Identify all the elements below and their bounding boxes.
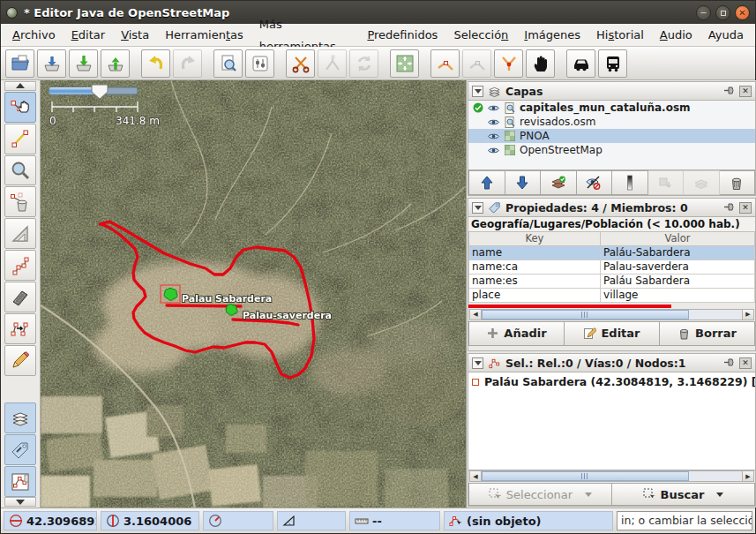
upload-data-button[interactable] — [101, 49, 130, 78]
visibility-eye-icon[interactable] — [487, 147, 500, 154]
scroll-thumb[interactable] — [482, 310, 689, 320]
visibility-eye-icon[interactable] — [487, 118, 500, 126]
ruler-icon — [355, 514, 369, 528]
properties-close-button[interactable]: ✕ — [739, 202, 752, 214]
tag-row-name-es[interactable]: name:esPaláu Sabardera — [469, 274, 755, 288]
properties-pin-button[interactable] — [723, 199, 735, 216]
join-node-way-button[interactable] — [430, 49, 460, 78]
scroll-right-icon[interactable]: ▶ — [742, 310, 753, 320]
minimize-button[interactable]: − — [696, 5, 711, 20]
layer-activate-button[interactable] — [541, 170, 577, 195]
create-node-tool-button[interactable] — [4, 250, 36, 281]
selection-collapse-button[interactable] — [472, 357, 483, 369]
select-objects-button[interactable]: Seleccionar — [468, 483, 612, 506]
improve-accuracy-tool-button[interactable] — [4, 345, 36, 376]
layer-show-hide-button[interactable] — [577, 170, 613, 195]
follow-line-button[interactable] — [526, 49, 555, 78]
properties-panel-title: Propiedades: 4 / Miembros: 0 — [505, 201, 719, 214]
map-view[interactable]: Palau Sabardera Palau-saverdera 0 341.8 … — [41, 80, 466, 508]
layer-move-up-button[interactable] — [468, 170, 505, 195]
layer-row-capitales[interactable]: capitales_mun_cataluña.osm — [468, 101, 755, 115]
map-canvas[interactable]: Palau Sabardera Palau-saverdera 0 341.8 … — [41, 80, 466, 508]
menu-ayuda[interactable]: Ayuda — [700, 24, 752, 46]
selection-pin-button[interactable] — [723, 355, 735, 372]
extrude-tool-button[interactable] — [4, 282, 36, 312]
bus-routing-button[interactable] — [598, 49, 627, 78]
properties-hscrollbar[interactable]: ◀ ▶ — [469, 309, 754, 320]
place-marker[interactable] — [164, 289, 177, 301]
download-area-button[interactable] — [390, 49, 419, 78]
menu-herramientas[interactable]: Herramientas — [157, 24, 251, 46]
add-tag-button[interactable]: Añadir — [468, 321, 565, 346]
scroll-thumb[interactable] — [482, 471, 689, 481]
layers-collapse-button[interactable] — [472, 86, 483, 97]
tag-row-place[interactable]: placevillage — [469, 288, 755, 302]
layer-row-openstreetmap[interactable]: OpenStreetMap — [468, 143, 755, 157]
toggle-layers-panel-button[interactable] — [4, 402, 36, 433]
toggle-selection-panel-button[interactable] — [4, 466, 36, 497]
redo-button[interactable] — [173, 49, 202, 78]
selection-list-item[interactable]: Paláu Sabardera (42.3084819, 3.1468229) … — [472, 375, 752, 388]
tools-scroll-down[interactable] — [4, 497, 36, 507]
selection-close-button[interactable]: ✕ — [739, 357, 752, 369]
draw-node-tool-button[interactable] — [4, 124, 36, 154]
scroll-left-icon[interactable]: ◀ — [470, 471, 482, 481]
menu-vista[interactable]: Vista — [113, 24, 157, 46]
layer-opacity-button[interactable] — [612, 170, 648, 195]
menu-editar[interactable]: Editar — [64, 24, 114, 46]
layers-close-button[interactable]: ✕ — [739, 86, 752, 97]
move-node-way-button[interactable] — [462, 49, 491, 78]
toggle-properties-panel-button[interactable] — [4, 434, 36, 465]
open-folder-icon — [11, 54, 30, 73]
delete-tool-button[interactable] — [4, 186, 36, 217]
close-button[interactable]: ✕ — [735, 5, 750, 20]
place-marker-2[interactable] — [226, 305, 237, 316]
menu-historial[interactable]: Historial — [588, 24, 652, 46]
menu-predefinidos[interactable]: Predefinidos — [359, 24, 445, 46]
undo-button[interactable] — [141, 49, 170, 78]
unglue-node-button[interactable] — [494, 49, 523, 78]
delete-tag-button[interactable]: Borrar — [660, 321, 755, 346]
layer-move-down-button[interactable] — [505, 170, 542, 195]
preferences-button[interactable] — [245, 49, 274, 78]
properties-collapse-button[interactable] — [472, 202, 483, 214]
tag-row-name[interactable]: namePaláu-Sabardera — [469, 245, 755, 259]
maximize-button[interactable] — [715, 5, 730, 20]
menu-imagenes[interactable]: Imágenes — [516, 24, 588, 46]
menu-archivo[interactable]: Archivo — [4, 24, 64, 46]
search-presets-button[interactable] — [213, 49, 243, 78]
save-button[interactable] — [37, 49, 66, 78]
layer-merge-button[interactable] — [648, 170, 685, 195]
selection-hscrollbar[interactable]: ◀ ▶ — [469, 470, 754, 482]
menu-audio[interactable]: Audio — [652, 24, 700, 46]
scroll-left-icon[interactable]: ◀ — [470, 310, 482, 320]
download-data-button[interactable] — [69, 49, 98, 78]
tools-scroll-up[interactable] — [4, 81, 36, 91]
visibility-eye-icon[interactable] — [487, 104, 500, 112]
edit-tag-button[interactable]: Editar — [565, 321, 660, 346]
layer-row-revisados[interactable]: revisados.osm — [468, 115, 755, 129]
search-button[interactable]: Buscar — [612, 483, 755, 506]
menu-seleccion[interactable]: Selección — [445, 24, 516, 46]
select-tool-button[interactable] — [4, 92, 36, 123]
preset-link[interactable]: Geografía/Lugares/Población (< 10.000 ha… — [468, 217, 755, 232]
layer-delete-button[interactable] — [720, 170, 756, 195]
visibility-eye-icon[interactable] — [487, 132, 500, 140]
layers-panel-title: Capas — [505, 85, 719, 98]
layer-row-pnoa[interactable]: PNOA — [468, 129, 755, 143]
reverse-way-button[interactable] — [349, 49, 378, 78]
open-file-button[interactable] — [5, 49, 34, 78]
car-routing-button[interactable] — [566, 49, 595, 78]
combine-way-button[interactable] — [318, 49, 347, 78]
layers-panel-icon — [488, 85, 501, 98]
tags-col-value[interactable]: Valor — [601, 232, 755, 245]
layers-pin-button[interactable] — [723, 83, 735, 100]
zoom-tool-button[interactable] — [4, 155, 36, 186]
scroll-right-icon[interactable]: ▶ — [742, 471, 753, 481]
tags-col-key[interactable]: Key — [469, 232, 601, 245]
tag-row-name-ca[interactable]: name:caPalau-saverdera — [469, 259, 755, 274]
split-way-button[interactable] — [286, 49, 315, 78]
measure-tool-button[interactable] — [4, 218, 36, 249]
layer-duplicate-button[interactable] — [684, 170, 720, 195]
parallel-way-tool-button[interactable] — [4, 313, 36, 344]
